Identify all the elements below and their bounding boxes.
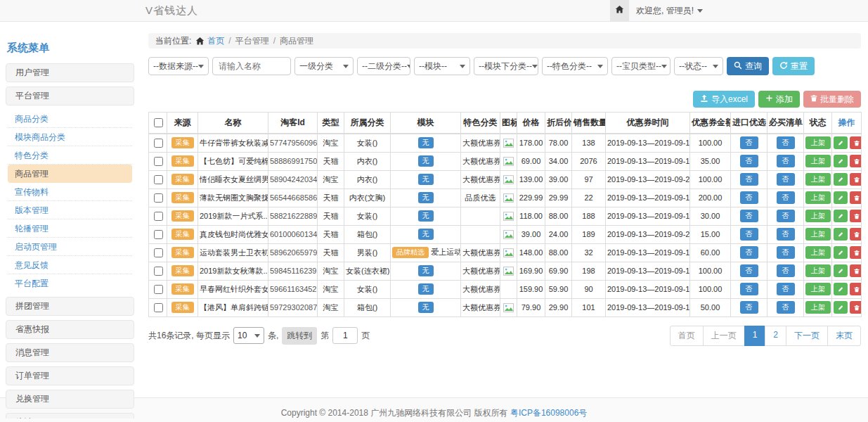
jump-to-button[interactable]: 跳转到 xyxy=(282,327,317,345)
sidebar-group-6[interactable]: 兑换管理 xyxy=(6,390,134,409)
pager-button-3[interactable]: 2 xyxy=(765,326,786,346)
import-excel-button[interactable]: 导入excel xyxy=(693,91,755,108)
edit-button[interactable] xyxy=(834,301,848,314)
import-optional-toggle[interactable]: 否 xyxy=(740,246,758,259)
edit-button[interactable] xyxy=(834,246,848,259)
row-checkbox[interactable] xyxy=(154,139,163,148)
delete-button[interactable] xyxy=(850,301,862,314)
filter-select-0[interactable]: --数据来源-- xyxy=(148,57,209,75)
filter-select-6[interactable]: --特色分类-- xyxy=(542,57,608,75)
row-checkbox[interactable] xyxy=(154,175,163,184)
must-buy-toggle[interactable]: 否 xyxy=(777,191,795,204)
sidebar-item-1-8[interactable]: 意见反馈 xyxy=(8,256,132,274)
must-buy-toggle[interactable]: 否 xyxy=(777,228,795,241)
status-button[interactable]: 上架 xyxy=(805,155,831,167)
sidebar-group-3[interactable]: 省惠快报 xyxy=(6,320,134,339)
must-buy-toggle[interactable]: 否 xyxy=(777,264,795,277)
row-checkbox[interactable] xyxy=(154,212,163,221)
import-optional-toggle[interactable]: 否 xyxy=(740,210,758,222)
sidebar-item-1-5[interactable]: 版本管理 xyxy=(8,201,132,219)
sidebar-group-1[interactable]: 平台管理 xyxy=(6,87,134,106)
home-shortcut-button[interactable] xyxy=(610,0,629,21)
pager-button-5[interactable]: 末页 xyxy=(827,326,861,346)
sidebar-group-4[interactable]: 消息管理 xyxy=(6,343,134,362)
import-optional-toggle[interactable]: 否 xyxy=(740,301,758,314)
filter-select-5[interactable]: --模块下分类-- xyxy=(474,57,538,75)
must-buy-toggle[interactable]: 否 xyxy=(777,155,795,167)
must-buy-toggle[interactable]: 否 xyxy=(777,301,795,314)
status-button[interactable]: 上架 xyxy=(805,173,831,186)
delete-button[interactable] xyxy=(850,264,862,277)
delete-button[interactable] xyxy=(850,191,862,204)
status-button[interactable]: 上架 xyxy=(805,210,831,222)
sidebar-item-1-9[interactable]: 平台配置 xyxy=(8,274,132,293)
sidebar-item-1-3[interactable]: 商品管理 xyxy=(8,165,132,183)
pager-button-0[interactable]: 首页 xyxy=(670,326,704,346)
sidebar-group-7[interactable]: 统计管理 xyxy=(6,413,134,418)
row-checkbox[interactable] xyxy=(154,230,163,239)
import-optional-toggle[interactable]: 否 xyxy=(740,155,758,167)
must-buy-toggle[interactable]: 否 xyxy=(777,136,795,149)
sidebar-group-5[interactable]: 订单管理 xyxy=(6,366,134,385)
delete-button[interactable] xyxy=(850,155,862,167)
add-button[interactable]: 添加 xyxy=(758,91,800,108)
per-page-select[interactable]: 10 xyxy=(233,327,264,344)
edit-button[interactable] xyxy=(834,191,848,204)
must-buy-toggle[interactable]: 否 xyxy=(777,173,795,186)
status-button[interactable]: 上架 xyxy=(805,228,831,241)
import-optional-toggle[interactable]: 否 xyxy=(740,136,758,149)
delete-button[interactable] xyxy=(850,136,862,149)
import-optional-toggle[interactable]: 否 xyxy=(740,228,758,241)
delete-button[interactable] xyxy=(850,283,862,295)
sidebar-item-1-0[interactable]: 商品分类 xyxy=(8,110,132,128)
delete-button[interactable] xyxy=(850,173,862,186)
filter-select-4[interactable]: --模块-- xyxy=(414,57,470,75)
sidebar-group-2[interactable]: 拼团管理 xyxy=(6,297,134,316)
product-name-input[interactable] xyxy=(212,57,291,75)
must-buy-toggle[interactable]: 否 xyxy=(777,210,795,222)
must-buy-toggle[interactable]: 否 xyxy=(777,283,795,295)
delete-button[interactable] xyxy=(850,246,862,259)
must-buy-toggle[interactable]: 否 xyxy=(777,246,795,259)
edit-button[interactable] xyxy=(834,136,848,149)
filter-select-3[interactable]: --二级分类-- xyxy=(357,57,410,75)
pager-button-1[interactable]: 上一页 xyxy=(703,326,745,346)
delete-button[interactable] xyxy=(850,210,862,222)
row-checkbox[interactable] xyxy=(154,193,163,203)
import-optional-toggle[interactable]: 否 xyxy=(740,283,758,295)
row-checkbox[interactable] xyxy=(154,248,163,257)
page-number-input[interactable] xyxy=(332,327,358,344)
batch-delete-button[interactable]: 批量删除 xyxy=(803,91,861,108)
sidebar-item-1-4[interactable]: 宣传物料 xyxy=(8,183,132,201)
icp-link[interactable]: 粤ICP备16098006号 xyxy=(510,408,587,418)
status-button[interactable]: 上架 xyxy=(805,264,831,277)
status-button[interactable]: 上架 xyxy=(805,301,831,314)
row-checkbox[interactable] xyxy=(154,267,163,276)
sidebar-group-0[interactable]: 用户管理 xyxy=(6,63,134,82)
edit-button[interactable] xyxy=(834,264,848,277)
select-all-checkbox[interactable] xyxy=(154,118,163,127)
status-button[interactable]: 上架 xyxy=(805,136,831,149)
edit-button[interactable] xyxy=(834,228,848,241)
sidebar-item-1-7[interactable]: 启动页管理 xyxy=(8,238,132,256)
edit-button[interactable] xyxy=(834,155,848,167)
row-checkbox[interactable] xyxy=(154,157,163,166)
pager-button-2[interactable]: 1 xyxy=(744,326,766,346)
sidebar-item-1-2[interactable]: 特色分类 xyxy=(8,146,132,165)
import-optional-toggle[interactable]: 否 xyxy=(740,191,758,204)
sidebar-item-1-6[interactable]: 轮播管理 xyxy=(8,219,132,238)
import-optional-toggle[interactable]: 否 xyxy=(740,173,758,186)
status-button[interactable]: 上架 xyxy=(805,246,831,259)
filter-select-2[interactable]: 一级分类 xyxy=(294,57,354,75)
edit-button[interactable] xyxy=(834,173,848,186)
import-optional-toggle[interactable]: 否 xyxy=(740,264,758,277)
filter-select-8[interactable]: --状态-- xyxy=(674,57,723,75)
search-button[interactable]: 查询 xyxy=(727,57,769,75)
breadcrumb-home-link[interactable]: 首页 xyxy=(207,35,224,47)
row-checkbox[interactable] xyxy=(154,303,163,312)
filter-select-7[interactable]: --宝贝类型-- xyxy=(611,57,671,75)
delete-button[interactable] xyxy=(850,228,862,241)
status-button[interactable]: 上架 xyxy=(805,191,831,204)
row-checkbox[interactable] xyxy=(154,285,163,294)
status-button[interactable]: 上架 xyxy=(805,283,831,295)
